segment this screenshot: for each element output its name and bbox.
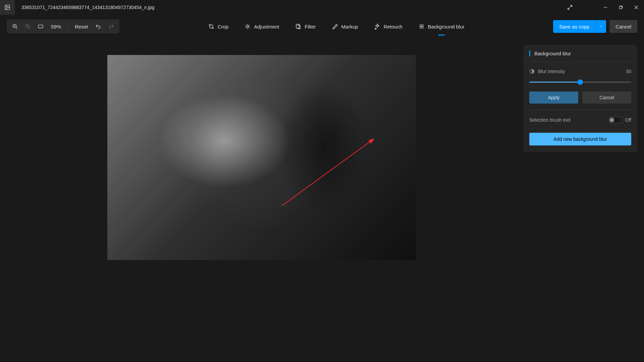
blur-intensity-icon	[529, 69, 535, 74]
adjustment-icon	[245, 23, 251, 29]
panel-action-buttons: Apply Cancel	[529, 92, 631, 104]
filename-label: 336531071_7244234659883774_1434131804972…	[21, 5, 154, 10]
svg-point-32	[423, 28, 423, 28]
svg-point-31	[421, 28, 422, 28]
close-button[interactable]	[629, 0, 644, 15]
save-button[interactable]: Save as copy	[553, 20, 595, 33]
svg-line-19	[246, 25, 247, 25]
save-group: Save as copy	[553, 20, 606, 33]
blur-preview-overlay	[107, 55, 416, 260]
zoom-value: 59%	[48, 24, 64, 29]
cancel-button[interactable]: Cancel	[609, 20, 637, 33]
tab-label: Markup	[341, 24, 358, 29]
markup-icon	[332, 23, 338, 29]
side-panel: Background blur Blur intensity 50 Apply …	[523, 45, 637, 152]
svg-point-25	[421, 25, 422, 25]
apply-button[interactable]: Apply	[529, 92, 578, 104]
svg-point-1	[6, 6, 7, 7]
tab-filter[interactable]: Filter	[295, 19, 316, 34]
svg-point-28	[421, 26, 422, 27]
tab-adjustment[interactable]: Adjustment	[245, 19, 279, 34]
brush-tool-toggle[interactable]	[608, 117, 622, 123]
tab-markup[interactable]: Markup	[332, 19, 358, 34]
retouch-icon	[374, 23, 380, 29]
blur-icon	[419, 23, 425, 29]
blur-intensity-label: Blur intensity	[538, 69, 565, 74]
svg-point-24	[420, 25, 420, 25]
redo-button[interactable]	[105, 21, 117, 32]
tab-background-blur[interactable]: Background blur	[419, 19, 465, 34]
accent-bar	[529, 50, 530, 56]
panel-header: Background blur	[523, 45, 637, 62]
zoom-out-button[interactable]	[22, 21, 34, 32]
toggle-state-label: Off	[625, 117, 631, 123]
slider-thumb[interactable]	[578, 79, 583, 85]
image-canvas[interactable]	[107, 55, 416, 260]
top-toolbar: 59% Reset Crop Adjustment Filter Markup	[0, 15, 644, 38]
undo-button[interactable]	[93, 21, 104, 32]
tab-label: Filter	[305, 24, 316, 29]
svg-line-20	[249, 28, 250, 28]
action-buttons: Save as copy Cancel	[553, 20, 637, 33]
tab-label: Adjustment	[254, 24, 279, 29]
brush-tool-row: Selection brush tool Off	[529, 117, 631, 123]
minimize-button[interactable]	[598, 0, 613, 15]
svg-line-7	[16, 27, 17, 29]
tab-label: Retouch	[384, 24, 402, 29]
canvas-area	[7, 45, 517, 355]
maximize-button[interactable]	[613, 0, 629, 15]
main-area: Background blur Blur intensity 50 Apply …	[0, 38, 644, 362]
app-icon	[0, 0, 15, 15]
panel-title: Background blur	[534, 51, 571, 56]
tab-retouch[interactable]: Retouch	[374, 19, 402, 34]
tab-crop[interactable]: Crop	[208, 19, 229, 34]
fit-button[interactable]	[35, 21, 46, 32]
zoom-group: 59% Reset	[7, 19, 119, 34]
blur-intensity-row: Blur intensity 50	[529, 69, 631, 74]
svg-point-14	[247, 25, 249, 27]
add-background-blur-button[interactable]: Add new background blur	[529, 133, 631, 145]
title-bar: 336531071_7244234659883774_1434131804972…	[0, 0, 644, 15]
tab-label: Crop	[218, 24, 229, 29]
save-dropdown-button[interactable]	[595, 20, 606, 33]
svg-line-22	[249, 25, 250, 25]
fullscreen-button[interactable]	[562, 0, 578, 15]
svg-point-27	[420, 26, 420, 27]
blur-intensity-slider[interactable]	[529, 79, 631, 85]
svg-point-29	[423, 26, 423, 27]
panel-body: Blur intensity 50 Apply Cancel Selection…	[523, 62, 637, 152]
svg-rect-3	[620, 6, 622, 9]
svg-rect-23	[296, 24, 299, 28]
svg-rect-13	[38, 25, 43, 28]
blur-intensity-value: 50	[626, 69, 631, 74]
svg-line-21	[246, 28, 247, 28]
panel-cancel-button[interactable]: Cancel	[582, 92, 631, 104]
tool-tabs: Crop Adjustment Filter Markup Retouch Ba…	[119, 19, 553, 34]
divider	[68, 22, 68, 31]
zoom-in-button[interactable]	[9, 21, 21, 32]
crop-icon	[208, 23, 214, 29]
reset-button[interactable]: Reset	[71, 24, 91, 29]
separator	[529, 110, 631, 110]
svg-point-30	[420, 28, 420, 28]
brush-tool-label: Selection brush tool	[529, 117, 571, 123]
tab-label: Background blur	[428, 24, 465, 29]
svg-line-11	[29, 27, 30, 29]
svg-point-26	[423, 25, 423, 25]
filter-icon	[295, 23, 301, 29]
